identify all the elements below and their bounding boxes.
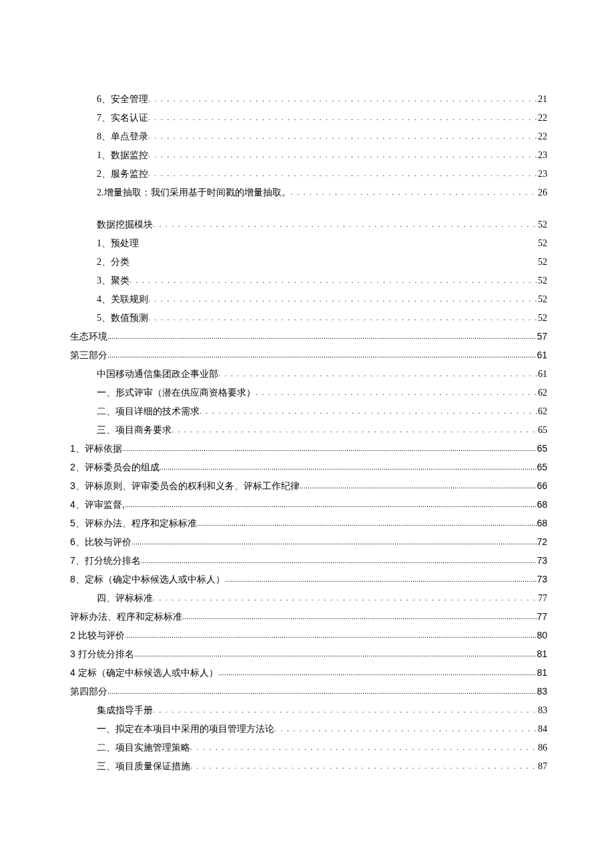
toc-entry: 4、评审监督,.................................…	[70, 499, 547, 511]
toc-entry: 8、定标（确定中标候选人或中标人）.......................…	[70, 574, 547, 586]
toc-page: 77	[537, 611, 547, 622]
toc-entry: 1、预处理. . . . . . . . . . . . . . . . . .…	[97, 238, 547, 250]
toc-page: 72	[537, 536, 547, 547]
toc-leader: . . . . . . . . . . . . . . . . . . . . …	[190, 762, 538, 770]
toc-leader: . . . . . . . . . . . . . . . . . . . . …	[190, 743, 538, 751]
toc-page: 52	[538, 238, 547, 249]
toc-entry: 2.增量抽取：我们采用基于时间戳的增量抽取。. . . . . . . . . …	[97, 187, 547, 199]
toc-leader: . . . . . . . . . . . . . . . . . . . . …	[153, 594, 538, 602]
toc-page: 73	[537, 555, 547, 566]
toc-page: 52	[538, 257, 547, 268]
toc-page: 62	[538, 406, 547, 417]
toc-entry: 一、拟定在本项目中采用的项目管理方法论. . . . . . . . . . .…	[97, 723, 547, 735]
toc-entry: 6、安全管理. . . . . . . . . . . . . . . . . …	[97, 93, 547, 105]
toc-page: 87	[538, 761, 547, 772]
toc-label: 4 定标（确定中标候选人或中标人）	[70, 667, 218, 679]
toc-leader: . . . . . . . . . . . . . . . . . . . . …	[148, 169, 538, 177]
toc-leader: . . . . . . . . . . . . . . . . . . . . …	[148, 113, 538, 121]
toc-label: 集成指导手册	[97, 705, 153, 717]
toc-label: 数据挖掘模块	[97, 219, 153, 231]
toc-label: 2、分类	[97, 256, 129, 268]
toc-label: 6、安全管理	[97, 93, 148, 105]
toc-entry: 7、实名认证. . . . . . . . . . . . . . . . . …	[97, 112, 547, 124]
toc-page: 26	[538, 187, 547, 198]
toc-leader: . . . . . . . . . . . . . . . . . . . . …	[153, 706, 538, 714]
toc-label: 二、项目实施管理策略	[97, 742, 190, 754]
toc-page: 22	[538, 131, 547, 142]
toc-entry: 4 定标（确定中标候选人或中标人）.......................…	[70, 667, 547, 679]
toc-leader: . . . . . . . . . . . . . . . . . . . . …	[291, 188, 539, 196]
toc-leader: . . . . . . . . . . . . . . . . . . . . …	[153, 220, 538, 228]
toc-entry: 四、评标标准. . . . . . . . . . . . . . . . . …	[97, 592, 547, 604]
toc-leader: . . . . . . . . . . . . . . . . . . . . …	[148, 314, 538, 322]
toc-entry: 6、比较与评价.................................…	[70, 536, 547, 548]
toc-label: 6、比较与评价	[70, 536, 131, 548]
toc-leader: ........................................…	[182, 612, 537, 620]
toc-entry: 三、项目商务要求. . . . . . . . . . . . . . . . …	[97, 424, 547, 436]
toc-entry: 5、数值预测. . . . . . . . . . . . . . . . . …	[97, 312, 547, 324]
toc-label: 5、评标办法、程序和定标标准	[70, 518, 197, 530]
toc-label: 四、评标标准	[97, 592, 153, 604]
toc-page: 66	[537, 480, 547, 491]
toc-entry: 集成指导手册. . . . . . . . . . . . . . . . . …	[97, 705, 547, 717]
toc-entry: 2、分类. . . . . . . . . . . . . . . . . . …	[97, 256, 547, 268]
toc-page: 22	[538, 113, 547, 123]
toc-label: 第四部分	[70, 686, 107, 698]
toc-label: 评标办法、程序和定标标准	[70, 611, 182, 623]
toc-leader: ........................................…	[107, 687, 537, 695]
toc-leader: ........................................…	[122, 444, 537, 452]
toc-label: 一、形式评审（潜在供应商资格要求）	[97, 387, 256, 399]
toc-entry: 二、项目详细的技术需求. . . . . . . . . . . . . . .…	[97, 406, 547, 418]
toc-entry: 7、打分统分排名 ...............................…	[70, 555, 547, 567]
toc-label: 二、项目详细的技术需求	[97, 406, 200, 418]
toc-page: 68	[537, 499, 547, 510]
toc-page: 81	[537, 648, 547, 659]
toc-entry: 生态环境....................................…	[70, 331, 547, 343]
toc-entry: 4、关联规则. . . . . . . . . . . . . . . . . …	[97, 294, 547, 306]
toc-label: 3 打分统分排名	[70, 648, 134, 661]
toc-entry: 3 打分统分排名 ...............................…	[70, 648, 547, 661]
toc-leader: ........................................…	[160, 463, 537, 471]
toc-page: 21	[538, 94, 547, 105]
toc-label: 2 比较与评价	[70, 630, 125, 642]
toc-entry: 3、评标原则、评审委员会的权利和义务、评标工作纪律...............…	[70, 480, 547, 492]
toc-page: 52	[538, 220, 547, 230]
toc-label: 3、聚类	[97, 275, 129, 287]
toc-page: 61	[538, 369, 547, 380]
toc-entry: 中国移动通信集团政企事业部. . . . . . . . . . . . . .…	[97, 368, 547, 380]
toc-leader: ........................................…	[131, 538, 537, 546]
toc-leader: . . . . . . . . . . . . . . . . . . . . …	[172, 426, 538, 434]
toc-entry: 三、项目质量保证措施. . . . . . . . . . . . . . . …	[97, 761, 547, 773]
toc-entry: 2 比较与评价.................................…	[70, 630, 547, 642]
toc-leader: . . . . . . . . . . . . . . . . . . . . …	[274, 725, 538, 733]
toc-label: 8、定标（确定中标候选人或中标人）	[70, 574, 225, 586]
toc-entry: 2、服务监控. . . . . . . . . . . . . . . . . …	[97, 168, 547, 180]
toc-label: 5、数值预测	[97, 312, 148, 324]
toc-entry: 评标办法、程序和定标标准............................…	[70, 611, 547, 623]
toc-leader: ........................................…	[125, 500, 537, 508]
toc-page: 83	[537, 686, 547, 697]
toc-entry: 二、项目实施管理策略. . . . . . . . . . . . . . . …	[97, 742, 547, 754]
toc-page: 83	[538, 705, 547, 716]
toc-entry: 第三部分....................................…	[70, 350, 547, 362]
toc-label: 4、关联规则	[97, 294, 148, 306]
toc-page: 65	[537, 462, 547, 472]
toc-leader: . . . . . . . . . . . . . . . . . . . . …	[148, 95, 538, 103]
toc-leader: ........................................…	[225, 575, 537, 583]
toc-page: 23	[538, 150, 547, 161]
toc-page: 86	[538, 743, 547, 753]
toc-page: 68	[537, 518, 547, 528]
toc-container: 6、安全管理. . . . . . . . . . . . . . . . . …	[70, 93, 547, 773]
toc-page: 52	[538, 294, 547, 305]
toc-page: 65	[537, 443, 547, 454]
toc-leader: . . . . . . . . . . . . . . . . . . . . …	[148, 132, 538, 140]
toc-label: 7、实名认证	[97, 112, 148, 124]
toc-leader: . . . . . . . . . . . . . . . . . . . . …	[218, 370, 538, 378]
toc-label: 三、项目质量保证措施	[97, 761, 190, 773]
toc-leader: . . . . . . . . . . . . . . . . . . . . …	[200, 407, 538, 415]
toc-label: 8、单点登录	[97, 131, 148, 143]
toc-leader: ........................................…	[107, 351, 537, 359]
toc-label: 1、评标依据	[70, 443, 122, 455]
toc-leader: ........................................…	[125, 631, 537, 639]
toc-leader: ........................................…	[134, 650, 537, 658]
